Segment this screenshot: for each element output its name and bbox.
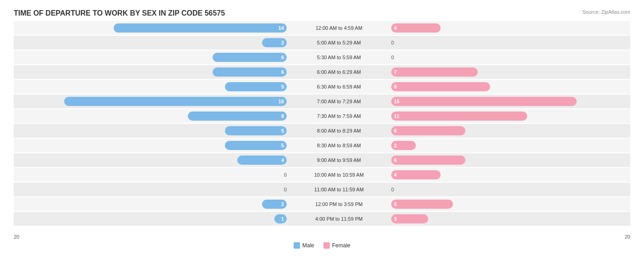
left-section: 5 (14, 126, 289, 135)
right-section: 2 (389, 141, 644, 150)
left-section: 5 (14, 141, 289, 150)
time-label: 9:00 AM to 9:59 AM (289, 157, 389, 163)
legend: Male Female (14, 242, 630, 249)
female-zero-val: 0 (391, 40, 394, 45)
left-section: 14 (14, 23, 289, 33)
right-section: 15 (389, 97, 644, 106)
right-section: 11 (389, 111, 644, 121)
left-section: 18 (14, 97, 289, 106)
bar-female: 2 (391, 141, 416, 150)
source-text: Source: ZipAtlas.com (582, 9, 630, 15)
chart-row: 0 11:00 AM to 11:59 AM 0 (14, 183, 630, 196)
time-label: 7:30 AM to 7:59 AM (289, 113, 389, 119)
bar-male: 6 (213, 53, 287, 62)
left-section: 8 (14, 111, 289, 121)
left-section: 0 (14, 172, 289, 178)
chart-row: 18 7:00 AM to 7:29 AM 15 (14, 95, 630, 108)
time-label: 7:00 AM to 7:29 AM (289, 99, 389, 104)
time-label: 6:30 AM to 6:59 AM (289, 84, 389, 89)
left-section: 2 (14, 200, 289, 209)
chart-row: 2 12:00 PM to 3:59 PM 5 (14, 197, 630, 211)
bar-female: 4 (391, 23, 441, 33)
time-label: 8:00 AM to 8:29 AM (289, 128, 389, 134)
axis-bottom: 20 20 (14, 234, 630, 240)
right-section: 6 (389, 126, 644, 135)
right-section: 4 (389, 170, 644, 179)
bar-male: 4 (237, 156, 287, 165)
right-section: 6 (389, 156, 644, 165)
time-label: 4:00 PM to 11:59 PM (289, 216, 389, 222)
bar-male: 5 (225, 82, 287, 91)
left-section: 6 (14, 67, 289, 77)
time-label: 6:00 AM to 6:29 AM (289, 69, 389, 75)
chart-title: TIME OF DEPARTURE TO WORK BY SEX IN ZIP … (14, 9, 630, 17)
time-label: 8:30 AM to 8:59 AM (289, 143, 389, 148)
female-zero-val: 0 (391, 187, 394, 192)
chart-row: 5 8:30 AM to 8:59 AM 2 (14, 139, 630, 152)
left-section: 1 (14, 214, 289, 223)
chart-row: 5 6:30 AM to 6:59 AM 8 (14, 80, 630, 94)
bar-female: 15 (391, 97, 577, 106)
bar-male: 18 (64, 97, 287, 106)
left-section: 6 (14, 53, 289, 62)
legend-male-label: Male (302, 242, 314, 249)
time-label: 12:00 PM to 3:59 PM (289, 201, 389, 207)
bar-female: 4 (391, 170, 441, 179)
legend-female-box (323, 242, 330, 249)
chart-row: 6 6:00 AM to 6:29 AM 7 (14, 65, 630, 79)
left-section: 0 (14, 187, 289, 192)
bar-female: 6 (391, 126, 465, 135)
right-section: 0 (389, 40, 644, 45)
chart-row: 4 9:00 AM to 9:59 AM 6 (14, 153, 630, 167)
left-section: 4 (14, 156, 289, 165)
right-section: 0 (389, 187, 644, 192)
right-section: 4 (389, 23, 644, 33)
right-section: 3 (389, 214, 644, 223)
bar-female: 6 (391, 156, 465, 165)
bar-male: 2 (262, 38, 287, 47)
chart-row: 1 4:00 PM to 11:59 PM 3 (14, 212, 630, 226)
chart-container: TIME OF DEPARTURE TO WORK BY SEX IN ZIP … (0, 0, 644, 273)
chart-row: 5 8:00 AM to 8:29 AM 6 (14, 124, 630, 138)
legend-female-item: Female (323, 242, 350, 249)
right-section: 5 (389, 200, 644, 209)
time-label: 5:30 AM to 5:59 AM (289, 55, 389, 60)
chart-row: 0 10:00 AM to 10:59 AM 4 (14, 168, 630, 182)
right-section: 7 (389, 67, 644, 77)
time-label: 12:00 AM to 4:59 AM (289, 25, 389, 31)
chart-area: 14 12:00 AM to 4:59 AM 4 2 5:00 AM to 5:… (14, 21, 630, 232)
right-section: 0 (389, 55, 644, 60)
chart-row: 6 5:30 AM to 5:59 AM 0 (14, 50, 630, 64)
bar-female: 7 (391, 67, 478, 77)
bar-male: 6 (213, 67, 287, 77)
bar-male: 1 (274, 214, 287, 223)
legend-male-box (294, 242, 300, 249)
time-label: 11:00 AM to 11:59 AM (289, 187, 389, 192)
bar-female: 8 (391, 82, 490, 91)
chart-row: 14 12:00 AM to 4:59 AM 4 (14, 21, 630, 35)
time-label: 5:00 AM to 5:29 AM (289, 40, 389, 45)
left-section: 5 (14, 82, 289, 91)
male-zero-val: 0 (284, 172, 287, 178)
bar-female: 5 (391, 200, 453, 209)
left-section: 2 (14, 38, 289, 47)
chart-row: 8 7:30 AM to 7:59 AM 11 (14, 109, 630, 123)
bar-male: 14 (114, 23, 287, 33)
right-section: 8 (389, 82, 644, 91)
male-zero-val: 0 (284, 187, 287, 192)
female-zero-val: 0 (391, 55, 394, 60)
bar-female: 3 (391, 214, 428, 223)
bar-male: 2 (262, 200, 287, 209)
legend-female-label: Female (332, 242, 350, 249)
bar-male: 8 (188, 111, 287, 121)
bar-female: 11 (391, 111, 527, 121)
bar-male: 5 (225, 126, 287, 135)
bar-male: 5 (225, 141, 287, 150)
legend-male-item: Male (294, 242, 314, 249)
time-label: 10:00 AM to 10:59 AM (289, 172, 389, 178)
chart-row: 2 5:00 AM to 5:29 AM 0 (14, 36, 630, 50)
